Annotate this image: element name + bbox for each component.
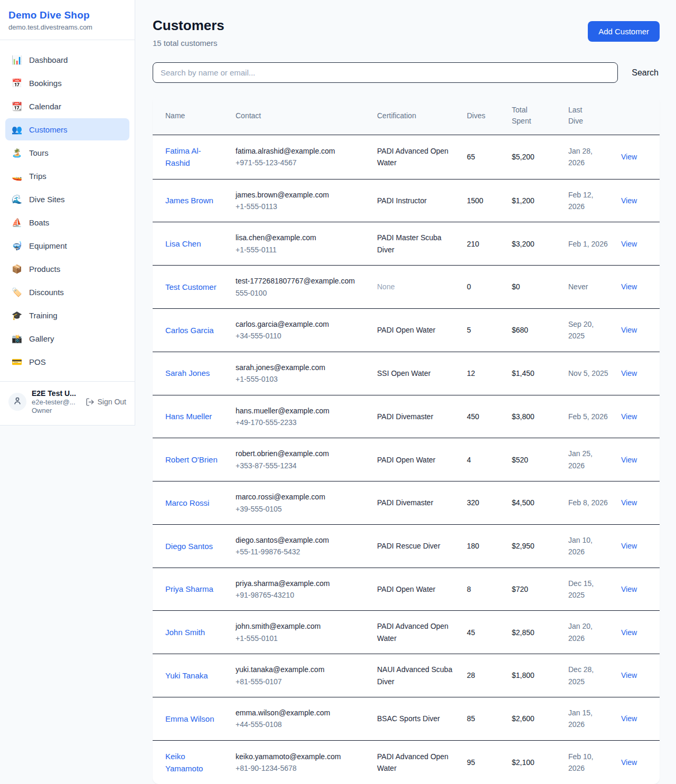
view-customer-link[interactable]: View	[621, 758, 637, 767]
sidebar-item-dive-sites[interactable]: 🌊Dive Sites	[5, 188, 129, 210]
view-customer-link[interactable]: View	[621, 412, 637, 421]
customer-name-link[interactable]: Robert O'Brien	[165, 454, 218, 466]
customer-name-link[interactable]: Keiko Yamamoto	[165, 750, 223, 775]
sidebar-item-pos[interactable]: 💳POS	[5, 351, 129, 373]
customers-table: NameContactCertificationDivesTotal Spent…	[153, 97, 660, 784]
table-row: Yuki Tanakayuki.tanaka@example.com+81-55…	[153, 654, 660, 697]
customer-certification: PADI Open Water	[377, 326, 435, 334]
view-customer-link[interactable]: View	[621, 542, 637, 550]
customer-email: fatima.alrashid@example.com	[236, 145, 364, 157]
sidebar-item-trips[interactable]: 🚤Trips	[5, 165, 129, 187]
cell-certification: PADI Open Water	[371, 438, 461, 481]
column-header-contact: Contact	[229, 97, 371, 135]
customer-name-link[interactable]: Diego Santos	[165, 540, 213, 552]
customer-total-spent: $2,850	[512, 628, 534, 637]
column-header-dives: Dives	[461, 97, 505, 135]
column-header-actions	[615, 97, 660, 135]
customer-name-link[interactable]: Lisa Chen	[165, 238, 201, 250]
cell-total-spent: $5,200	[505, 135, 562, 180]
sidebar-item-dashboard[interactable]: 📊Dashboard	[5, 49, 129, 71]
table-row: Carlos Garciacarlos.garcia@example.com+3…	[153, 308, 660, 352]
sidebar-item-equipment[interactable]: 🤿Equipment	[5, 234, 129, 257]
view-customer-link[interactable]: View	[621, 456, 637, 464]
cell-dives: 65	[461, 135, 505, 180]
sidebar-item-customers[interactable]: 👥Customers	[5, 118, 129, 140]
cell-dives: 210	[461, 222, 505, 266]
view-customer-link[interactable]: View	[621, 369, 637, 377]
sidebar-item-products[interactable]: 📦Products	[5, 258, 129, 280]
cell-dives: 0	[461, 266, 505, 309]
cell-total-spent: $2,850	[505, 611, 562, 654]
customer-last-dive: Dec 15, 2025	[568, 579, 594, 599]
customer-name-link[interactable]: Emma Wilson	[165, 713, 214, 725]
customer-name-link[interactable]: James Brown	[165, 194, 213, 206]
sidebar-item-calendar[interactable]: 📆Calendar	[5, 95, 129, 117]
cell-name: James Brown	[153, 179, 229, 222]
view-customer-link[interactable]: View	[621, 326, 637, 334]
sidebar-item-tours[interactable]: 🏝️Tours	[5, 141, 129, 164]
customer-certification: NAUI Advanced Scuba Diver	[377, 665, 452, 685]
sidebar-item-label: Gallery	[29, 334, 54, 343]
cell-actions: View	[615, 266, 660, 309]
view-customer-link[interactable]: View	[621, 628, 637, 637]
customer-name-link[interactable]: Carlos Garcia	[165, 324, 214, 336]
cell-last-dive: Feb 8, 2026	[562, 481, 615, 525]
customer-phone: +353-87-555-1234	[236, 460, 364, 471]
view-customer-link[interactable]: View	[621, 153, 637, 161]
cell-name: Diego Santos	[153, 524, 229, 568]
sidebar-item-label: Products	[29, 265, 60, 273]
tours-icon: 🏝️	[12, 148, 22, 158]
sidebar-item-bookings[interactable]: 📅Bookings	[5, 72, 129, 94]
cell-actions: View	[615, 352, 660, 395]
sign-out-button[interactable]: Sign Out	[86, 398, 126, 407]
cell-certification: PADI Advanced Open Water	[371, 611, 461, 654]
customer-name-link[interactable]: Hans Mueller	[165, 410, 212, 422]
search-input[interactable]	[153, 62, 618, 83]
view-customer-link[interactable]: View	[621, 282, 637, 291]
cell-certification: PADI Open Water	[371, 568, 461, 611]
customer-name-link[interactable]: John Smith	[165, 626, 205, 638]
customer-last-dive: Never	[568, 282, 588, 291]
cell-name: Hans Mueller	[153, 395, 229, 438]
cell-certification: PADI Master Scuba Diver	[371, 222, 461, 266]
customer-email: lisa.chen@example.com	[236, 232, 364, 243]
add-customer-button[interactable]: Add Customer	[588, 21, 660, 42]
cell-contact: keiko.yamamoto@example.com+81-90-1234-56…	[229, 740, 371, 784]
cell-actions: View	[615, 179, 660, 222]
table-row: Fatima Al-Rashidfatima.alrashid@example.…	[153, 135, 660, 180]
customer-total-spent: $5,200	[512, 153, 534, 161]
table-row: Lisa Chenlisa.chen@example.com+1-555-011…	[153, 222, 660, 266]
customer-certification: PADI Divemaster	[377, 498, 433, 507]
cell-contact: john.smith@example.com+1-555-0101	[229, 611, 371, 654]
table-row: Hans Muellerhans.mueller@example.com+49-…	[153, 395, 660, 438]
cell-actions: View	[615, 611, 660, 654]
sidebar-item-discounts[interactable]: 🏷️Discounts	[5, 281, 129, 303]
sidebar-item-gallery[interactable]: 📸Gallery	[5, 327, 129, 350]
cell-dives: 5	[461, 308, 505, 352]
customer-certification: SSI Open Water	[377, 369, 430, 377]
view-customer-link[interactable]: View	[621, 585, 637, 593]
view-customer-link[interactable]: View	[621, 714, 637, 723]
customer-email: hans.mueller@example.com	[236, 405, 364, 417]
search-button[interactable]: Search	[631, 64, 660, 82]
customer-name-link[interactable]: Test Customer	[165, 281, 217, 293]
view-customer-link[interactable]: View	[621, 671, 637, 679]
cell-name: Marco Rossi	[153, 481, 229, 525]
cell-contact: yuki.tanaka@example.com+81-555-0107	[229, 654, 371, 697]
customer-name-link[interactable]: Marco Rossi	[165, 497, 209, 509]
sidebar-item-training[interactable]: 🎓Training	[5, 304, 129, 326]
view-customer-link[interactable]: View	[621, 498, 637, 507]
view-customer-link[interactable]: View	[621, 240, 637, 248]
customer-name-link[interactable]: Yuki Tanaka	[165, 669, 208, 682]
customer-last-dive: Jan 10, 2026	[568, 536, 593, 556]
customer-name-link[interactable]: Sarah Jones	[165, 367, 210, 379]
view-customer-link[interactable]: View	[621, 196, 637, 205]
cell-certification: PADI Open Water	[371, 308, 461, 352]
sidebar-item-boats[interactable]: ⛵Boats	[5, 211, 129, 233]
customer-name-link[interactable]: Priya Sharma	[165, 583, 213, 595]
cell-last-dive: Dec 28, 2025	[562, 654, 615, 697]
customer-name-link[interactable]: Fatima Al-Rashid	[165, 145, 223, 169]
cell-actions: View	[615, 395, 660, 438]
sidebar-nav: 📊Dashboard📅Bookings📆Calendar👥Customers🏝️…	[0, 40, 135, 381]
table-row: Marco Rossimarco.rossi@example.com+39-55…	[153, 481, 660, 525]
